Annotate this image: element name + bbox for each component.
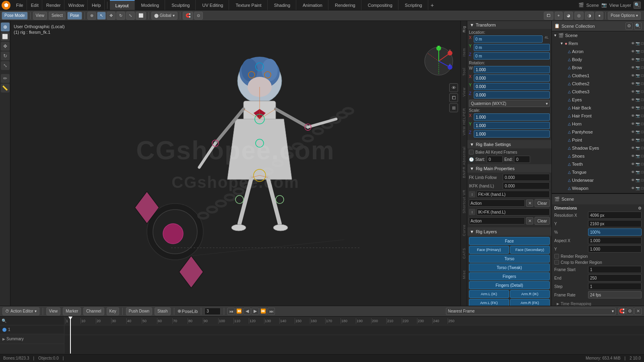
rotate-tool-left[interactable]: ↻ xyxy=(1,51,10,60)
select-box-tool[interactable]: ⬜ xyxy=(1,32,10,41)
viewport-grid-btn[interactable]: ⊞ xyxy=(449,103,458,112)
viewport-icon[interactable]: ⊡ xyxy=(641,41,644,45)
frame-interp-select[interactable]: Nearest Frame ▾ xyxy=(446,308,616,315)
acron-vp[interactable]: ⊡ xyxy=(641,49,644,53)
menu-edit[interactable]: Edit xyxy=(28,0,42,10)
tab-modeling[interactable]: Modeling xyxy=(136,0,165,10)
item-body[interactable]: △ Body 👁📷⊡ xyxy=(565,56,644,64)
global-select[interactable]: ⬤Global▾ xyxy=(151,12,178,20)
layer-torso[interactable]: Torso xyxy=(469,255,550,263)
jump-end-btn[interactable]: ⏭ xyxy=(268,308,275,315)
view-shading-rendered[interactable]: ● xyxy=(595,12,603,20)
step-forward-btn[interactable]: ⏩ xyxy=(260,308,267,315)
viewport-navigation-gizmo[interactable]: X Y Z xyxy=(423,45,455,78)
frame-step-field[interactable]: 1 xyxy=(588,283,642,290)
timeline-snap-btn[interactable]: 🧲 xyxy=(618,308,625,315)
rotate-tool[interactable]: ↻ xyxy=(116,12,125,20)
item-acron[interactable]: △ Acron 👁 📷 ⊡ xyxy=(565,47,644,56)
clear-btn-1[interactable]: Clear xyxy=(535,199,550,207)
view-shading-wireframe[interactable]: ◎ xyxy=(574,12,584,20)
item-point[interactable]: △ Point 👁📷⊡ xyxy=(565,136,644,144)
pose-menu[interactable]: Pose xyxy=(67,12,82,20)
collection-rem[interactable]: ▼ ● Rem 👁 📷 ⊡ xyxy=(552,39,644,47)
select-tool[interactable]: ↖ xyxy=(97,12,106,20)
view-layer-name[interactable]: View Layer xyxy=(609,3,631,8)
ikfk2-icon[interactable]: ↕ xyxy=(469,209,475,215)
scale-tool[interactable]: ⤡ xyxy=(126,12,135,20)
menu-window[interactable]: Window xyxy=(65,0,88,10)
dimensions-header[interactable]: Dimensions ⚙ xyxy=(554,206,642,210)
proportional-btn[interactable]: ⊙ xyxy=(194,12,203,20)
viewport-3d[interactable]: User Orthographic (Local) (1) rig : fkes… xyxy=(10,21,460,306)
scene-name[interactable]: Scene xyxy=(586,3,599,8)
acron-eye[interactable]: 👁 xyxy=(631,49,635,53)
cursor-tool-left[interactable]: ⊕ xyxy=(1,23,10,31)
view-menu[interactable]: View xyxy=(33,12,47,20)
item-clothes2[interactable]: △ Clothes2 👁📷⊡ xyxy=(565,80,644,88)
play-reverse-btn[interactable]: ◀ xyxy=(244,308,251,315)
acron-render[interactable]: 📷 xyxy=(636,49,640,53)
res-x-field[interactable]: 4096 px xyxy=(588,212,642,219)
timeline-filter-btn[interactable]: ⚙ xyxy=(626,308,634,315)
search-btn[interactable]: 🔍 xyxy=(634,2,641,9)
layer-arm-l-fk[interactable]: Arm.L (FK) xyxy=(469,299,509,306)
action-field-2[interactable]: Action xyxy=(469,217,525,224)
timeline-search-input[interactable] xyxy=(7,319,62,323)
stash-btn[interactable]: Stash xyxy=(155,307,171,315)
outliner-search-btn[interactable]: 🔍 xyxy=(634,23,642,30)
item-clothes1[interactable]: △ Clothes1 👁📷⊡ xyxy=(565,72,644,80)
rot-z-field[interactable]: 0.000 xyxy=(474,91,550,99)
timeline-frames-area[interactable]: 1 10 20 30 40 50 60 70 80 90 100 110 120… xyxy=(64,317,644,354)
layer-fingers-detail[interactable]: Fingers (Detail) xyxy=(469,281,550,289)
aspect-y-field[interactable]: 1.000 xyxy=(588,245,642,253)
menu-help[interactable]: Help xyxy=(89,0,105,10)
timeline-key-menu[interactable]: Key xyxy=(107,307,119,315)
layer-arm-r-fk[interactable]: Arm.R (FK) xyxy=(510,299,550,306)
timeline-view-menu[interactable]: View xyxy=(46,307,61,315)
rig-bake-header[interactable]: ▼ Rig Bake Settings xyxy=(467,140,551,148)
scale-z-field[interactable]: 1.000 xyxy=(474,130,550,138)
render-icon[interactable]: 📷 xyxy=(636,41,640,45)
item-tongue[interactable]: △ Tongue 👁📷⊡ xyxy=(565,168,644,176)
item-underwear[interactable]: △ Underwear 👁📷⊡ xyxy=(565,176,644,184)
timeline-marker-menu[interactable]: Marker xyxy=(63,307,81,315)
tab-texture[interactable]: Texture Paint xyxy=(230,0,267,10)
location-z-field[interactable]: 0 m xyxy=(474,52,550,60)
select-menu[interactable]: Select xyxy=(49,12,66,20)
viewport-view-btn[interactable]: 👁 xyxy=(449,83,458,92)
layer-face-secondary[interactable]: Face (Secondary) xyxy=(510,246,550,254)
tab-rendering[interactable]: Rendering xyxy=(329,0,361,10)
location-x-field[interactable]: 0 m xyxy=(474,35,543,43)
jump-start-btn[interactable]: ⏮ xyxy=(227,308,235,315)
menu-render[interactable]: Render xyxy=(43,0,64,10)
layer-torso-tweak[interactable]: Torso (Tweak) xyxy=(469,263,550,272)
fkik-icon[interactable]: ↕ xyxy=(469,191,475,197)
layer-fingers[interactable]: Fingers xyxy=(469,272,550,280)
rot-y-field[interactable]: 0.000 xyxy=(474,83,550,90)
tab-uv[interactable]: UV Editing xyxy=(196,0,229,10)
transform-header[interactable]: ▼ Transform xyxy=(467,21,551,29)
visibility-eye[interactable]: 👁 xyxy=(631,41,635,45)
tab-animation[interactable]: Animation xyxy=(297,0,328,10)
crop-check[interactable] xyxy=(554,260,559,265)
rot-x-field[interactable]: 0.000 xyxy=(474,74,550,82)
scale-x-field[interactable]: 1.000 xyxy=(474,113,550,121)
layer-face-primary[interactable]: Face (Primary) xyxy=(469,246,509,254)
end-frame-field[interactable]: 0 xyxy=(514,156,530,163)
item-pantyhose[interactable]: △ Pantyhose 👁📷⊡ xyxy=(565,128,644,136)
rig-layers-header[interactable]: ▼ Rig Layers xyxy=(467,228,551,236)
transform-tool[interactable]: ⬜ xyxy=(136,12,146,20)
item-weapon[interactable]: △ Weapon 👁📷⊡ xyxy=(565,184,644,192)
bake-checkbox[interactable] xyxy=(469,150,474,154)
clear-btn-2[interactable]: Clear xyxy=(535,217,550,225)
ikfk-field[interactable]: 0.000 xyxy=(503,182,550,189)
measure-tool[interactable]: 📏 xyxy=(1,84,10,93)
action-x-btn-1[interactable]: ✕ xyxy=(526,200,533,207)
item-hairback[interactable]: △ Hair Back 👁📷⊡ xyxy=(565,104,644,112)
tab-shading[interactable]: Shading xyxy=(268,0,296,10)
rotation-mode-dropdown[interactable]: Quaternion (WXYZ) ▾ xyxy=(469,100,550,107)
time-remapping-header[interactable]: ▶ Time Remapping xyxy=(554,300,642,306)
render-region-check[interactable] xyxy=(554,254,559,259)
step-back-btn[interactable]: ⏪ xyxy=(235,308,243,315)
scene-root-item[interactable]: ▼ 🎬 Scene xyxy=(552,31,644,39)
